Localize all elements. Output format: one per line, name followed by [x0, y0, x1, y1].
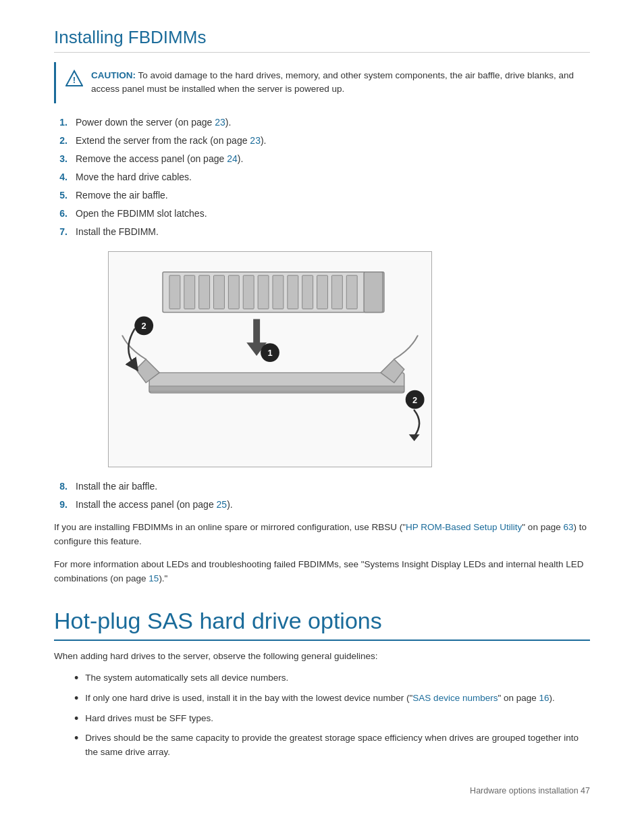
page-link-63[interactable]: 63 — [563, 522, 573, 532]
bullet-text: Drives should be the same capacity to pr… — [85, 731, 590, 759]
bullet-list: The system automatically sets all device… — [74, 671, 590, 758]
section-2: Hot-plug SAS hard drive options When add… — [54, 608, 590, 759]
step-text: Remove the access panel (on page 24). — [76, 152, 243, 166]
step-text: Power down the server (on page 23). — [76, 115, 231, 130]
list-item: 8. Install the air baffle. — [54, 479, 590, 494]
step-text: Open the FBDIMM slot latches. — [76, 207, 207, 221]
list-item: Hard drives must be SFF types. — [74, 712, 590, 727]
sas-device-link[interactable]: SAS device numbers — [412, 693, 498, 703]
page-link-16[interactable]: 16 — [539, 693, 549, 703]
svg-text:2: 2 — [142, 321, 146, 331]
step-num: 7. — [54, 225, 68, 239]
caution-box: ! CAUTION: To avoid damage to the hard d… — [54, 62, 590, 103]
list-item: If only one hard drive is used, install … — [74, 692, 590, 706]
svg-text:2: 2 — [412, 394, 417, 405]
bullet-text: If only one hard drive is used, install … — [85, 692, 554, 705]
svg-rect-10 — [273, 275, 284, 309]
caution-text: CAUTION: To avoid damage to the hard dri… — [91, 69, 581, 97]
section2-intro: When adding hard drives to the server, o… — [54, 649, 590, 664]
section-title-fbdimms: Installing FBDIMMs — [54, 27, 590, 53]
caution-label: CAUTION: — [91, 70, 136, 80]
list-item: The system automatically sets all device… — [74, 671, 590, 686]
step-text: Remove the air baffle. — [76, 188, 168, 203]
svg-rect-18 — [149, 386, 404, 391]
svg-rect-12 — [302, 275, 313, 309]
step-text: Install the FBDIMM. — [76, 225, 159, 239]
caution-icon: ! — [65, 70, 83, 87]
step-num: 4. — [54, 170, 68, 184]
bullet-text: Hard drives must be SFF types. — [85, 712, 213, 725]
step-text: Install the air baffle. — [76, 479, 157, 494]
page-link[interactable]: 23 — [250, 135, 261, 146]
list-item: 6. Open the FBDIMM slot latches. — [54, 207, 590, 221]
svg-rect-14 — [331, 275, 342, 309]
step-num: 3. — [54, 152, 68, 166]
svg-text:!: ! — [73, 75, 76, 85]
svg-rect-4 — [184, 275, 195, 309]
footer-text: Hardware options installation 47 — [470, 786, 590, 796]
svg-rect-8 — [243, 275, 254, 309]
list-item: 3. Remove the access panel (on page 24). — [54, 152, 590, 166]
fbdimm-diagram: 1 2 2 — [108, 251, 432, 467]
body-paragraph-1: If you are installing FBDIMMs in an onli… — [54, 520, 590, 549]
svg-text:1: 1 — [267, 348, 272, 358]
body-paragraph-2: For more information about LEDs and trou… — [54, 557, 590, 586]
list-item: 9. Install the access panel (on page 25)… — [54, 498, 590, 512]
step-num: 1. — [54, 115, 68, 130]
svg-marker-26 — [409, 434, 420, 441]
list-item: 1. Power down the server (on page 23). — [54, 115, 590, 130]
step-num: 2. — [54, 134, 68, 148]
svg-rect-13 — [317, 275, 328, 309]
svg-rect-9 — [258, 275, 269, 309]
svg-rect-6 — [214, 275, 225, 309]
svg-rect-11 — [288, 275, 298, 309]
svg-rect-15 — [346, 275, 357, 309]
list-item: Drives should be the same capacity to pr… — [74, 731, 590, 759]
step-num: 8. — [54, 479, 68, 494]
step-num: 6. — [54, 207, 68, 221]
step-num: 5. — [54, 188, 68, 203]
step-text: Move the hard drive cables. — [76, 170, 192, 184]
list-item: 7. Install the FBDIMM. — [54, 225, 590, 239]
steps-list-2: 8. Install the air baffle. 9. Install th… — [54, 479, 590, 512]
page-link[interactable]: 25 — [217, 499, 227, 510]
list-item: 4. Move the hard drive cables. — [54, 170, 590, 184]
steps-list-1: 1. Power down the server (on page 23). 2… — [54, 115, 590, 239]
list-item: 5. Remove the air baffle. — [54, 188, 590, 203]
page-link-15[interactable]: 15 — [149, 573, 159, 583]
step-text: Install the access panel (on page 25). — [76, 498, 233, 512]
step-text: Extend the server from the rack (on page… — [76, 134, 267, 148]
svg-rect-7 — [228, 275, 239, 309]
page-link[interactable]: 23 — [215, 117, 225, 128]
step-num: 9. — [54, 498, 68, 512]
svg-rect-5 — [199, 275, 210, 309]
svg-rect-16 — [364, 271, 383, 312]
list-item: 2. Extend the server from the rack (on p… — [54, 134, 590, 148]
caution-body-text: To avoid damage to the hard drives, memo… — [91, 70, 574, 94]
bullet-text: The system automatically sets all device… — [85, 671, 288, 685]
section-title-hotplug: Hot-plug SAS hard drive options — [54, 608, 590, 641]
rbsu-link[interactable]: HP ROM-Based Setup Utility — [406, 522, 522, 532]
svg-rect-3 — [169, 275, 180, 309]
page-footer: Hardware options installation 47 — [54, 786, 590, 796]
page-link[interactable]: 24 — [227, 153, 238, 164]
